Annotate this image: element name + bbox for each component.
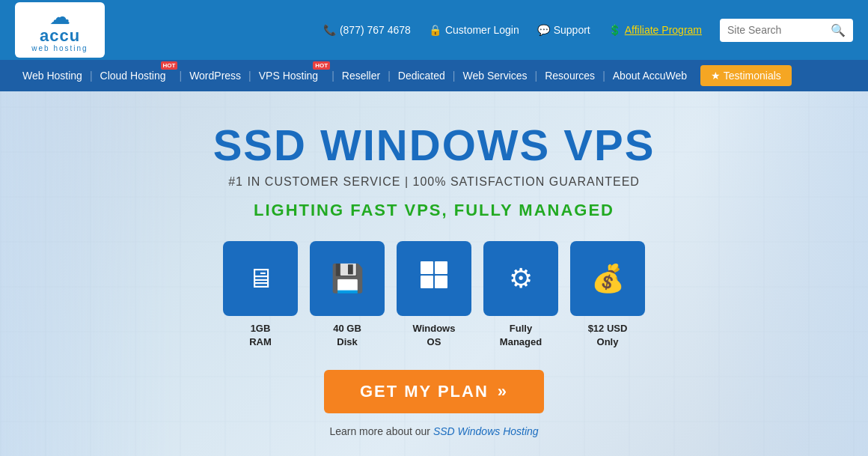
disk-icon: 💾 — [331, 263, 364, 294]
nav-testimonials[interactable]: ★ Testimonials — [700, 65, 792, 86]
feature-caption-disk: 40 GBDisk — [333, 322, 361, 349]
phone-icon: 📞 — [323, 24, 336, 36]
feature-caption-ram: 1GBRAM — [249, 322, 272, 349]
phone-number: (877) 767 4678 — [340, 24, 411, 36]
svg-rect-2 — [421, 276, 433, 288]
feature-box-disk: 💾 — [310, 241, 385, 316]
svg-rect-0 — [421, 261, 433, 274]
nav-wordpress[interactable]: WordPress — [182, 60, 248, 91]
top-header: ☁ accu web hosting 📞 (877) 767 4678 🔒 Cu… — [0, 0, 868, 60]
ram-icon: 🖥 — [247, 263, 274, 294]
logo-area: ☁ accu web hosting — [15, 2, 105, 58]
price-icon: 💰 — [591, 263, 625, 294]
nav-web-services[interactable]: Web Services — [455, 60, 534, 91]
nav-bar: Web Hosting | Cloud Hosting HOT | WordPr… — [0, 60, 868, 91]
customer-login-label: Customer Login — [445, 24, 519, 36]
feature-caption-price: $12 USDOnly — [588, 322, 628, 349]
hero-section: SSD WINDOWS VPS #1 IN CUSTOMER SERVICE |… — [0, 91, 868, 456]
nav-reseller[interactable]: Reseller — [334, 60, 388, 91]
vps-hot-badge: HOT — [313, 61, 330, 70]
feature-box-price: 💰 — [570, 241, 645, 316]
svg-rect-3 — [435, 276, 447, 288]
dollar-icon: 💲 — [608, 24, 621, 36]
feature-price: 💰 $12 USDOnly — [570, 241, 645, 349]
feature-ram: 🖥 1GBRAM — [223, 241, 298, 349]
support-label: Support — [554, 24, 590, 36]
logo-text: accu — [40, 28, 80, 44]
cta-arrows: » — [498, 382, 508, 401]
hero-tagline: LIGHTING FAST VPS, FULLY MANAGED — [254, 201, 614, 220]
logo-cloud-icon: ☁ — [49, 7, 70, 28]
feature-caption-managed: FullyManaged — [500, 322, 542, 349]
feature-box-managed: ⚙ — [483, 241, 558, 316]
cloud-hot-badge: HOT — [161, 61, 178, 70]
testimonials-label: ★ Testimonials — [711, 70, 781, 82]
feature-managed: ⚙ FullyManaged — [483, 241, 558, 349]
support-link[interactable]: 💬 Support — [537, 24, 590, 36]
managed-icon: ⚙ — [509, 263, 533, 294]
cta-button[interactable]: GET MY PLAN » — [324, 370, 544, 413]
customer-login-link[interactable]: 🔒 Customer Login — [429, 24, 519, 36]
affiliate-link[interactable]: 💲 Affiliate Program — [608, 24, 702, 36]
logo-subtext: web hosting — [31, 44, 88, 53]
feature-row: 🖥 1GBRAM 💾 40 GBDisk — [223, 241, 645, 349]
cta-label: GET MY PLAN — [360, 382, 489, 401]
learn-more-link[interactable]: SSD Windows Hosting — [433, 425, 539, 437]
affiliate-label: Affiliate Program — [625, 24, 702, 36]
hero-title: SSD WINDOWS VPS — [213, 121, 655, 169]
header-nav: 📞 (877) 767 4678 🔒 Customer Login 💬 Supp… — [323, 19, 853, 42]
nav-dedicated[interactable]: Dedicated — [391, 60, 453, 91]
nav-web-hosting[interactable]: Web Hosting — [15, 60, 90, 91]
feature-os: WindowsOS — [397, 241, 471, 349]
feature-disk: 💾 40 GBDisk — [310, 241, 385, 349]
nav-resources[interactable]: Resources — [537, 60, 602, 91]
search-box: 🔍 — [720, 19, 853, 42]
hero-subtitle: #1 IN CUSTOMER SERVICE | 100% SATISFACTI… — [228, 175, 640, 189]
support-icon: 💬 — [537, 24, 550, 36]
lock-icon: 🔒 — [429, 24, 441, 36]
svg-rect-1 — [435, 261, 447, 274]
logo[interactable]: ☁ accu web hosting — [15, 2, 105, 58]
nav-about-accuweb[interactable]: About AccuWeb — [605, 60, 694, 91]
feature-caption-os: WindowsOS — [413, 322, 456, 349]
search-input[interactable] — [727, 24, 825, 36]
phone-link[interactable]: 📞 (877) 767 4678 — [323, 24, 411, 36]
nav-cloud-hosting[interactable]: Cloud Hosting HOT — [93, 60, 180, 91]
windows-icon — [419, 260, 449, 297]
feature-box-os — [397, 241, 471, 316]
learn-more-text: Learn more about our SSD Windows Hosting — [329, 425, 538, 437]
feature-box-ram: 🖥 — [223, 241, 298, 316]
nav-vps-hosting[interactable]: VPS Hosting HOT — [251, 60, 331, 91]
search-icon[interactable]: 🔍 — [831, 23, 846, 37]
